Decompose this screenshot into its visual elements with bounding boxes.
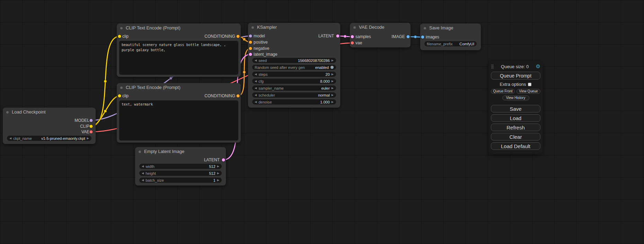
decrement-arrow-icon[interactable]: ◀ (255, 58, 257, 63)
widget-ckpt-name[interactable]: ◀ ckpt_name v1-5-pruned-emaonly.ckpt ▶ (7, 136, 91, 141)
increment-arrow-icon[interactable]: ▶ (217, 178, 219, 183)
node-title-bar[interactable]: Save Image (420, 24, 481, 33)
prompt-textarea[interactable]: beautiful scenery nature glass bottle la… (119, 41, 238, 75)
output-socket-image[interactable] (407, 35, 410, 38)
collapse-dot-icon[interactable] (138, 150, 141, 153)
increment-arrow-icon[interactable]: ▶ (87, 136, 89, 141)
save-button[interactable]: Save (491, 105, 540, 112)
decrement-arrow-icon[interactable]: ◀ (255, 99, 257, 105)
widget-denoise[interactable]: ◀ denoise 1.000 ▶ (252, 99, 336, 105)
increment-arrow-icon[interactable]: ▶ (217, 171, 219, 176)
node-empty-latent-image[interactable]: Empty Latent Image LATENT ◀ width 512 ▶ … (135, 147, 226, 186)
decrement-arrow-icon[interactable]: ◀ (255, 85, 257, 91)
output-socket-latent[interactable] (222, 159, 225, 162)
output-socket-vae[interactable] (90, 130, 93, 134)
input-socket-model[interactable] (249, 35, 252, 38)
input-socket-clip[interactable] (118, 94, 121, 98)
decrement-arrow-icon[interactable]: ◀ (255, 79, 257, 84)
widget-label: batch_size (145, 178, 164, 182)
view-history-button[interactable]: View History (502, 96, 529, 100)
widget-seed[interactable]: ◀ seed 156680208700286 ▶ (252, 58, 336, 63)
input-socket-images[interactable] (421, 36, 424, 39)
input-label-negative: negative (254, 46, 269, 51)
toggle-dot-icon[interactable] (330, 66, 334, 69)
view-queue-button[interactable]: View Queue (517, 89, 540, 94)
widget-batch-size[interactable]: ◀ batch_size 1 ▶ (139, 178, 222, 183)
decrement-arrow-icon[interactable]: ◀ (142, 164, 144, 169)
input-socket-latent-image[interactable] (249, 53, 252, 56)
input-label-images: images (426, 35, 439, 39)
widget-label: seed (258, 58, 267, 63)
node-clip-text-encode-positive[interactable]: CLIP Text Encode (Prompt) clip CONDITION… (117, 24, 241, 77)
node-title-bar[interactable]: Load Checkpoint (3, 108, 96, 117)
widget-height[interactable]: ◀ height 512 ▶ (139, 171, 222, 176)
output-socket-conditioning[interactable] (237, 94, 240, 98)
decrement-arrow-icon[interactable]: ◀ (255, 72, 257, 77)
collapse-dot-icon[interactable] (6, 111, 9, 114)
widget-random-seed-toggle[interactable]: Random seed after every gen enabled (252, 65, 336, 70)
queue-buttons-row: Queue Front View Queue (491, 89, 540, 94)
node-title: VAE Decode (359, 25, 384, 30)
collapse-dot-icon[interactable] (120, 86, 123, 89)
load-default-button[interactable]: Load Default (491, 142, 540, 150)
widget-value: 1 (213, 178, 215, 182)
collapse-dot-icon[interactable] (251, 26, 254, 29)
input-label-clip: clip (122, 93, 129, 98)
increment-arrow-icon[interactable]: ▶ (332, 79, 334, 84)
widget-sampler-name[interactable]: ◀ sampler_name euler ▶ (252, 85, 336, 91)
menu-header: ⣿ Queue size: 0 ⚙ (491, 63, 540, 70)
node-load-checkpoint[interactable]: Load Checkpoint MODEL CLIP VAE ◀ ckpt_na… (3, 108, 96, 144)
output-label-image: IMAGE (391, 34, 405, 39)
graph-canvas[interactable]: Load Checkpoint MODEL CLIP VAE ◀ ckpt_na… (0, 0, 644, 244)
node-title-bar[interactable]: VAE Decode (350, 23, 411, 32)
node-clip-text-encode-negative[interactable]: CLIP Text Encode (Prompt) clip CONDITION… (117, 83, 241, 143)
input-socket-vae[interactable] (351, 42, 354, 45)
widget-value: enabled (315, 65, 329, 70)
input-socket-clip[interactable] (118, 35, 121, 38)
history-row: View History (491, 96, 540, 100)
collapse-dot-icon[interactable] (353, 26, 356, 29)
decrement-arrow-icon[interactable]: ◀ (9, 136, 11, 141)
increment-arrow-icon[interactable]: ▶ (332, 72, 334, 77)
decrement-arrow-icon[interactable]: ◀ (142, 171, 144, 176)
input-label-samples: samples (355, 34, 371, 39)
drag-handle-icon[interactable]: ⣿ (491, 64, 494, 69)
queue-prompt-button[interactable]: Queue Prompt (491, 72, 540, 80)
node-ksampler[interactable]: KSampler model positive negative latent_… (248, 23, 340, 108)
widget-filename-prefix[interactable]: filename_prefix ComfyUI (424, 41, 477, 46)
widget-steps[interactable]: ◀ steps 20 ▶ (252, 72, 336, 77)
collapse-dot-icon[interactable] (120, 27, 123, 30)
decrement-arrow-icon[interactable]: ◀ (255, 92, 257, 98)
settings-gear-icon[interactable]: ⚙ (536, 63, 540, 70)
output-socket-conditioning[interactable] (237, 35, 240, 38)
refresh-button[interactable]: Refresh (491, 124, 540, 131)
decrement-arrow-icon[interactable]: ◀ (142, 178, 144, 183)
node-vae-decode[interactable]: VAE Decode samples vae IMAGE (350, 23, 411, 47)
queue-front-button[interactable]: Queue Front (491, 89, 515, 94)
clear-button[interactable]: Clear (491, 133, 540, 141)
input-socket-negative[interactable] (249, 47, 252, 50)
collapse-dot-icon[interactable] (423, 27, 426, 30)
prompt-textarea[interactable]: text, watermark (119, 100, 238, 141)
output-socket-latent[interactable] (336, 35, 339, 38)
increment-arrow-icon[interactable]: ▶ (217, 164, 219, 169)
node-title-bar[interactable]: Empty Latent Image (135, 147, 226, 156)
output-label-conditioning: CONDITIONING (204, 93, 235, 98)
increment-arrow-icon[interactable]: ▶ (332, 85, 334, 91)
node-save-image[interactable]: Save Image images filename_prefix ComfyU… (420, 24, 481, 50)
input-socket-positive[interactable] (249, 41, 252, 44)
increment-arrow-icon[interactable]: ▶ (332, 92, 334, 98)
output-socket-clip[interactable] (90, 125, 93, 128)
node-title-bar[interactable]: CLIP Text Encode (Prompt) (117, 24, 241, 33)
load-button[interactable]: Load (491, 114, 540, 122)
widget-scheduler[interactable]: ◀ scheduler normal ▶ (252, 92, 336, 98)
output-socket-model[interactable] (90, 119, 93, 122)
node-title-bar[interactable]: CLIP Text Encode (Prompt) (117, 83, 241, 92)
increment-arrow-icon[interactable]: ▶ (332, 58, 334, 63)
input-socket-samples[interactable] (351, 35, 354, 38)
widget-width[interactable]: ◀ width 512 ▶ (139, 164, 222, 169)
widget-cfg[interactable]: ◀ cfg 8.000 ▶ (252, 79, 336, 84)
increment-arrow-icon[interactable]: ▶ (332, 99, 334, 105)
extra-options-checkbox[interactable] (528, 83, 531, 86)
node-title-bar[interactable]: KSampler (248, 23, 340, 32)
